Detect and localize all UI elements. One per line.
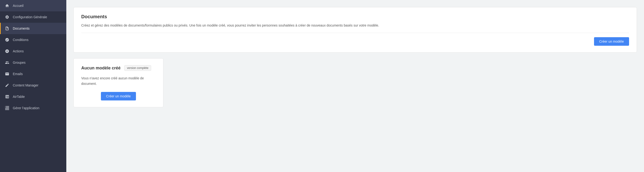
- sidebar-item-label: Documents: [13, 26, 30, 30]
- sidebar: Accueil Configuration Générale Documents…: [0, 0, 66, 172]
- sidebar-item-label: Conditions: [13, 38, 28, 42]
- table-icon: [5, 94, 10, 99]
- sidebar-item-accueil[interactable]: Accueil: [0, 0, 66, 11]
- create-model-button-top[interactable]: Créer un modèle: [594, 37, 629, 46]
- sidebar-item-label: Content Manager: [13, 84, 38, 87]
- page-description: Créez et gérez des modèles de documents/…: [81, 23, 629, 28]
- page-title: Documents: [81, 14, 629, 20]
- version-badge: version complète: [124, 65, 151, 71]
- empty-actions: Créer un modèle: [81, 92, 156, 100]
- actions-icon: [5, 49, 10, 54]
- sidebar-item-documents[interactable]: Documents: [0, 23, 66, 34]
- sidebar-item-label: Actions: [13, 49, 24, 53]
- document-icon: [5, 26, 10, 31]
- empty-header: Aucun modèle créé version complète: [81, 65, 156, 71]
- sidebar-item-emails[interactable]: Emails: [0, 68, 66, 80]
- card-actions: Créer un modèle: [81, 33, 629, 46]
- empty-description: Vous n'avez encore créé aucun modèle de …: [81, 76, 156, 86]
- create-model-button-empty[interactable]: Créer un modèle: [101, 92, 136, 100]
- empty-title: Aucun modèle créé: [81, 66, 120, 70]
- sidebar-item-airtable[interactable]: AirTable: [0, 91, 66, 102]
- sidebar-item-conditions[interactable]: Conditions: [0, 34, 66, 46]
- sidebar-item-gerer-application[interactable]: Gérer l'application: [0, 102, 66, 114]
- app-icon: [5, 106, 10, 110]
- sidebar-item-groupes[interactable]: Groupes: [0, 57, 66, 68]
- settings-icon: [5, 15, 10, 20]
- sidebar-item-content-manager[interactable]: Content Manager: [0, 80, 66, 91]
- sidebar-item-label: AirTable: [13, 95, 25, 98]
- groups-icon: [5, 60, 10, 65]
- main-content: Documents Créez et gérez des modèles de …: [66, 0, 644, 172]
- content-icon: [5, 83, 10, 88]
- sidebar-item-configuration[interactable]: Configuration Générale: [0, 11, 66, 23]
- sidebar-item-label: Accueil: [13, 4, 24, 8]
- sidebar-item-label: Groupes: [13, 61, 26, 64]
- sidebar-item-label: Emails: [13, 72, 23, 76]
- conditions-icon: [5, 38, 10, 42]
- home-icon: [5, 3, 10, 8]
- sidebar-item-label: Gérer l'application: [13, 106, 39, 110]
- email-icon: [5, 72, 10, 76]
- intro-card: Documents Créez et gérez des modèles de …: [74, 7, 637, 52]
- empty-card: Aucun modèle créé version complète Vous …: [74, 58, 164, 107]
- sidebar-item-label: Configuration Générale: [13, 15, 47, 19]
- sidebar-item-actions[interactable]: Actions: [0, 46, 66, 57]
